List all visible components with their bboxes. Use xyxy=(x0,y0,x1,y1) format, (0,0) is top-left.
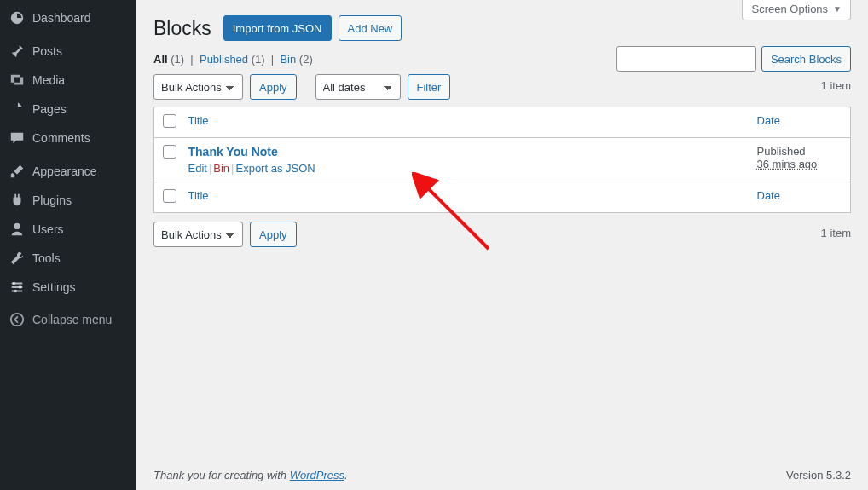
search-button[interactable]: Search Blocks xyxy=(761,46,851,72)
wrench-icon xyxy=(9,250,26,267)
sidebar-item-tools[interactable]: Tools xyxy=(0,244,136,273)
row-title-link[interactable]: Thank You Note xyxy=(188,145,278,159)
row-time: 36 mins ago xyxy=(757,158,818,170)
select-all-checkbox-footer[interactable] xyxy=(163,189,176,203)
filter-all-count: (1) xyxy=(171,53,184,66)
admin-sidebar: Dashboard Posts Media Pages Comments App… xyxy=(0,0,136,490)
sliders-icon xyxy=(9,279,26,296)
column-date[interactable]: Date xyxy=(757,114,780,127)
screen-options-button[interactable]: Screen Options ▼ xyxy=(742,0,851,20)
sidebar-item-pages[interactable]: Pages xyxy=(0,95,136,124)
dashboard-icon xyxy=(9,9,26,26)
sidebar-item-label: Users xyxy=(32,222,64,236)
chevron-down-icon: ▼ xyxy=(833,4,842,14)
svg-point-2 xyxy=(14,290,17,293)
page-title: Blocks xyxy=(153,17,211,40)
svg-point-3 xyxy=(11,314,23,326)
search-input[interactable] xyxy=(616,46,756,72)
sidebar-item-label: Posts xyxy=(32,44,62,58)
sidebar-item-posts[interactable]: Posts xyxy=(0,37,136,66)
filter-all[interactable]: All xyxy=(153,53,168,66)
row-action-bin[interactable]: Bin xyxy=(213,162,229,175)
blocks-table: Title Date Thank You Note Edit|Bin|Expor… xyxy=(153,107,851,213)
sidebar-item-label: Collapse menu xyxy=(32,313,112,326)
comment-icon xyxy=(9,130,26,147)
brush-icon xyxy=(9,163,26,180)
sidebar-item-label: Appearance xyxy=(32,164,97,178)
date-filter-select[interactable]: All dates xyxy=(315,74,401,100)
sidebar-collapse[interactable]: Collapse menu xyxy=(0,305,136,334)
item-count: 1 item xyxy=(821,79,851,92)
sidebar-item-appearance[interactable]: Appearance xyxy=(0,157,136,186)
plug-icon xyxy=(9,192,26,209)
sidebar-item-label: Media xyxy=(32,73,65,87)
screen-options-label: Screen Options xyxy=(751,3,828,15)
user-icon xyxy=(9,221,26,238)
bulk-actions-select[interactable]: Bulk Actions xyxy=(153,74,243,100)
sidebar-item-media[interactable]: Media xyxy=(0,66,136,95)
row-checkbox[interactable] xyxy=(163,145,176,159)
pin-icon xyxy=(9,43,26,60)
sidebar-item-dashboard[interactable]: Dashboard xyxy=(0,3,136,32)
sidebar-item-label: Dashboard xyxy=(32,11,91,25)
table-row: Thank You Note Edit|Bin|Export as JSON P… xyxy=(154,138,851,182)
filter-button[interactable]: Filter xyxy=(408,74,451,100)
column-date-footer[interactable]: Date xyxy=(757,189,780,202)
footer-wordpress-link[interactable]: WordPress xyxy=(290,469,344,481)
page-icon xyxy=(9,101,26,118)
item-count-bottom: 1 item xyxy=(821,227,851,239)
sidebar-item-users[interactable]: Users xyxy=(0,215,136,244)
sidebar-item-settings[interactable]: Settings xyxy=(0,273,136,302)
filter-published[interactable]: Published xyxy=(200,53,248,66)
sidebar-item-label: Tools xyxy=(32,251,61,265)
import-json-button[interactable]: Import from JSON xyxy=(223,15,332,41)
sidebar-item-plugins[interactable]: Plugins xyxy=(0,186,136,215)
row-action-edit[interactable]: Edit xyxy=(188,162,207,175)
add-new-button[interactable]: Add New xyxy=(339,15,402,41)
sidebar-item-label: Pages xyxy=(32,102,67,116)
select-all-checkbox[interactable] xyxy=(163,114,176,128)
filter-published-count: (1) xyxy=(252,53,265,66)
collapse-icon xyxy=(9,311,26,328)
column-title[interactable]: Title xyxy=(188,114,209,127)
row-actions: Edit|Bin|Export as JSON xyxy=(188,162,740,175)
filter-bin-count: (2) xyxy=(299,53,313,66)
row-action-export-json[interactable]: Export as JSON xyxy=(235,162,315,175)
media-icon xyxy=(9,72,26,89)
svg-point-1 xyxy=(19,285,22,289)
sidebar-item-comments[interactable]: Comments xyxy=(0,124,136,153)
footer-thanks: Thank you for creating with WordPress. xyxy=(153,469,348,481)
bulk-actions-select-bottom[interactable]: Bulk Actions xyxy=(153,222,243,247)
sidebar-item-label: Settings xyxy=(32,280,76,294)
bulk-apply-button[interactable]: Apply xyxy=(250,74,297,100)
sidebar-item-label: Comments xyxy=(32,131,90,145)
bulk-apply-button-bottom[interactable]: Apply xyxy=(250,222,297,247)
svg-point-0 xyxy=(13,282,16,285)
sidebar-item-label: Plugins xyxy=(32,193,72,207)
filter-bin[interactable]: Bin xyxy=(280,53,296,66)
column-title-footer[interactable]: Title xyxy=(188,189,209,202)
row-status: Published xyxy=(757,145,806,158)
footer-version: Version 5.3.2 xyxy=(786,469,851,481)
